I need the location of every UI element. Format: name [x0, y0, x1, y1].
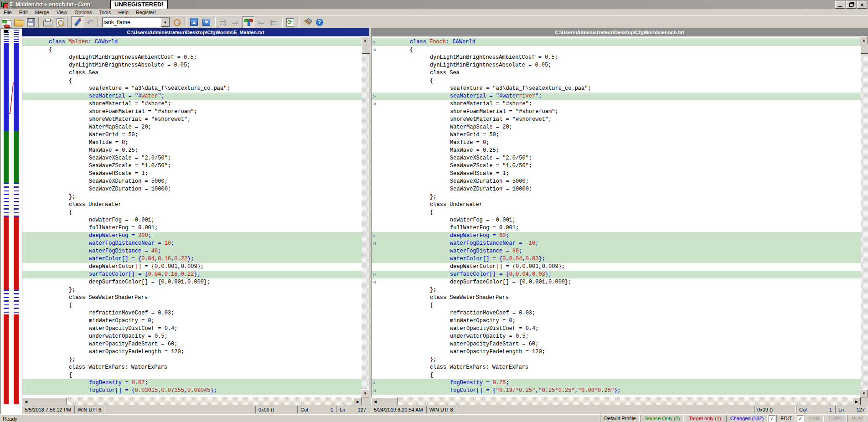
- code-line[interactable]: waterOpacityFadeStart = 60;: [372, 340, 861, 348]
- code-line[interactable]: seaMaterial = "#water";: [22, 93, 362, 100]
- change-start-marker-icon[interactable]: ▷: [373, 271, 378, 278]
- menu-merge[interactable]: Merge: [31, 9, 53, 15]
- code-line[interactable]: SeaWaveZScale = "1.0/50";: [22, 162, 362, 170]
- code-line[interactable]: waterOpacityFadeStart = 60;: [22, 340, 362, 348]
- code-line[interactable]: waterFogDistanceNear = 10;: [22, 240, 362, 247]
- menu-file[interactable]: File: [0, 9, 16, 15]
- code-line[interactable]: WaterGrid = 50;: [372, 131, 861, 139]
- code-line[interactable]: waterOpacityDistCoef = 0.4;: [22, 325, 362, 333]
- code-line[interactable]: deepWaterColor[] = {0,0.001,0.009};: [372, 263, 861, 271]
- code-line[interactable]: waterFogDistance = 90;: [372, 247, 861, 255]
- code-line[interactable]: deepWaterFog = 200;: [22, 232, 362, 240]
- code-line[interactable]: deepWaterColor[] = {0,0.001,0.009};: [22, 263, 362, 271]
- code-line[interactable]: deepSurfaceColor[] = {0,0.001,0.009};: [372, 278, 861, 286]
- source-code-area[interactable]: class Malden: CAWorld{dynLightMinBrightn…: [22, 36, 362, 397]
- target-horizontal-scrollbar[interactable]: ◀ ▶: [371, 397, 861, 405]
- code-line[interactable]: shoreWetMaterial = "#shorewet";: [22, 116, 362, 124]
- code-line[interactable]: dynLightMinBrightnessAmbientCoef = 0.5;: [372, 54, 861, 62]
- code-line[interactable]: deepSurfaceColor[] = {0,0.001,0.009};: [22, 278, 362, 286]
- menu-tools[interactable]: Tools: [95, 9, 114, 15]
- source-only-filter[interactable]: Source Only (2): [641, 415, 684, 422]
- code-line[interactable]: waterFogDistanceNear = -10;: [372, 240, 861, 247]
- code-line[interactable]: WaterGrid = 50;: [22, 131, 362, 139]
- change-start-marker-icon[interactable]: ▷: [373, 93, 378, 100]
- scroll-down-button[interactable]: ▼: [860, 389, 868, 397]
- code-line[interactable]: class Underwater: [372, 201, 861, 209]
- menu-view[interactable]: View: [53, 9, 71, 15]
- code-line[interactable]: class Underwater: [22, 201, 362, 209]
- close-button[interactable]: ×: [857, 1, 867, 9]
- code-line[interactable]: minWaterOpacity = 0;: [372, 317, 861, 325]
- code-line[interactable]: SeaWaveXDuration = 5000;: [22, 178, 362, 185]
- code-line[interactable]: SeaWaveZDuration = 10000;: [372, 185, 861, 193]
- code-line[interactable]: shoreFoamMaterial = "#shorefoam";: [22, 108, 362, 116]
- copy-all-left-button[interactable]: ⇇: [268, 17, 279, 28]
- code-line[interactable]: minWaterOpacity = 0;: [22, 317, 362, 325]
- edit-mode-button[interactable]: [71, 16, 83, 28]
- code-line[interactable]: waterColor[] = {0.04,0.16,0.22};: [22, 255, 362, 263]
- print-button[interactable]: [42, 17, 53, 28]
- restore-button[interactable]: [846, 1, 856, 9]
- change-end-marker-icon[interactable]: ◁: [373, 278, 378, 286]
- code-line[interactable]: noWaterFog = -0.001;: [22, 216, 362, 224]
- source-horizontal-scrollbar[interactable]: ◀ ▶: [22, 397, 362, 405]
- menu-options[interactable]: Options: [71, 9, 96, 15]
- help-button[interactable]: ?: [314, 17, 325, 28]
- code-line[interactable]: waterColor[] = {0,0.04,0.03};: [372, 255, 861, 263]
- code-line[interactable]: deepWaterFog = 60;: [372, 232, 861, 240]
- change-end-marker-icon[interactable]: ◁: [373, 46, 378, 54]
- code-line[interactable]: MaxTide = 0;: [22, 139, 362, 147]
- tools-button[interactable]: [301, 17, 313, 28]
- scroll-up-button[interactable]: ▲: [361, 36, 369, 44]
- code-line[interactable]: class SeaWaterShaderPars: [22, 294, 362, 302]
- code-line[interactable]: underwaterOpacity = 0.5;: [22, 333, 362, 340]
- code-line[interactable]: class SeaWaterShaderPars: [372, 294, 861, 302]
- recompare-button[interactable]: ⟳: [284, 17, 296, 28]
- profile-selector[interactable]: Default Profile: [600, 415, 640, 422]
- change-end-marker-icon[interactable]: ◁: [373, 100, 378, 108]
- edit-checkbox[interactable]: ✓: [797, 415, 804, 422]
- code-line[interactable]: {: [22, 302, 362, 309]
- code-line[interactable]: class WaterExPars: WaterExPars: [372, 364, 861, 371]
- code-line[interactable]: {: [22, 371, 362, 379]
- code-line[interactable]: SeaWaveHScale = 1;: [22, 170, 362, 178]
- code-line[interactable]: seaTexture = "a3\data_f\seatexture_co.pa…: [372, 85, 861, 93]
- copy-left-button[interactable]: ⇦: [255, 17, 267, 28]
- changed-filter[interactable]: Changed (162): [726, 415, 768, 422]
- code-line[interactable]: class Sea: [22, 69, 362, 77]
- code-line[interactable]: };: [22, 356, 362, 364]
- menu-edit[interactable]: Edit: [16, 9, 31, 15]
- code-line[interactable]: fogDensity = 0.07;: [22, 379, 362, 387]
- code-line[interactable]: waterOpacityDistCoef = 0.4;: [372, 325, 861, 333]
- code-line[interactable]: class Enoch: CAWorld: [372, 38, 861, 46]
- combo-dropdown-button[interactable]: ▼: [161, 18, 170, 27]
- code-line[interactable]: shoreFoamMaterial = "#shorefoam";: [372, 108, 861, 116]
- find-button[interactable]: [171, 17, 183, 28]
- code-line[interactable]: waterOpacityFadeLength = 120;: [372, 348, 861, 356]
- scroll-thumb[interactable]: [861, 44, 868, 54]
- scroll-up-button[interactable]: ▲: [860, 36, 868, 44]
- target-vertical-scrollbar[interactable]: ▲ ▼: [861, 36, 868, 397]
- change-end-marker-icon[interactable]: ◁: [373, 387, 378, 395]
- minimize-button[interactable]: [835, 1, 845, 9]
- code-line[interactable]: };: [22, 286, 362, 294]
- code-line[interactable]: refractionMoveCoef = 0.03;: [372, 309, 861, 317]
- target-code-area[interactable]: class Enoch: CAWorld{dynLightMinBrightne…: [371, 36, 861, 397]
- print-preview-button[interactable]: [54, 17, 66, 28]
- code-line[interactable]: fogColor[] = {0.03015,0.07155,0.09045};: [22, 387, 362, 395]
- code-line[interactable]: SeaWaveZScale = "1.0/50";: [372, 162, 861, 170]
- diff-overview-map[interactable]: [0, 28, 22, 406]
- code-line[interactable]: {: [372, 371, 861, 379]
- code-line[interactable]: {: [22, 77, 362, 85]
- code-line[interactable]: surfaceColor[] = {0.04,0.16,0.22};: [22, 271, 362, 278]
- change-start-marker-icon[interactable]: ▷: [373, 232, 378, 240]
- code-line[interactable]: WaterMapScale = 20;: [22, 124, 362, 131]
- code-line[interactable]: fogDensity = 0.25;: [372, 379, 861, 387]
- code-line[interactable]: seaTexture = "a3\data_f\seatexture_co.pa…: [22, 85, 362, 93]
- open-button[interactable]: [13, 17, 24, 28]
- source-vertical-scrollbar[interactable]: ▲ ▼: [362, 36, 369, 397]
- code-line[interactable]: refractionMoveCoef = 0.03;: [22, 309, 362, 317]
- code-line[interactable]: fogColor[] = {"0.197*0.25","0.25*0.25","…: [372, 387, 861, 395]
- code-line[interactable]: };: [22, 193, 362, 201]
- menu-help[interactable]: Help: [114, 9, 132, 15]
